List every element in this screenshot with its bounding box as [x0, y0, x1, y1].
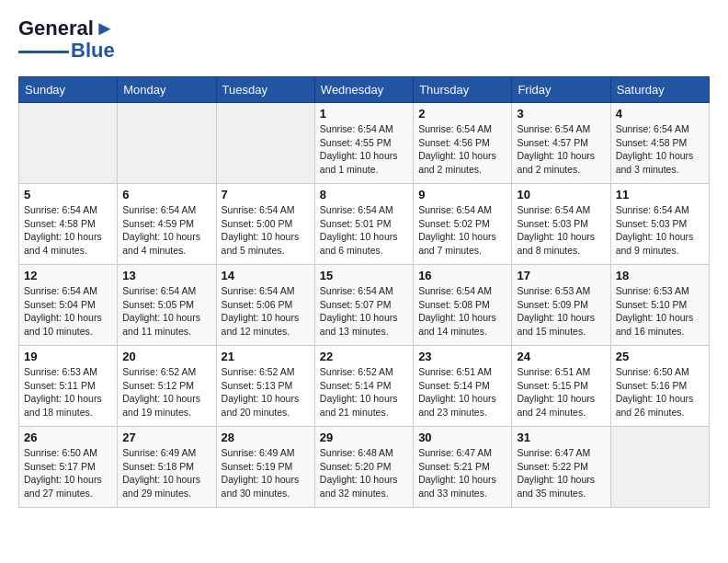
calendar-cell: 28Sunrise: 6:49 AMSunset: 5:19 PMDayligh…	[216, 427, 314, 508]
calendar-cell: 12Sunrise: 6:54 AMSunset: 5:04 PMDayligh…	[19, 265, 118, 346]
calendar-cell: 11Sunrise: 6:54 AMSunset: 5:03 PMDayligh…	[610, 184, 709, 265]
calendar-cell: 10Sunrise: 6:54 AMSunset: 5:03 PMDayligh…	[512, 184, 610, 265]
weekday-header-monday: Monday	[118, 77, 216, 103]
weekday-header-friday: Friday	[512, 77, 610, 103]
day-info: Sunrise: 6:51 AMSunset: 5:15 PMDaylight:…	[517, 365, 605, 419]
weekday-header-sunday: Sunday	[19, 77, 118, 103]
day-info: Sunrise: 6:54 AMSunset: 4:56 PMDaylight:…	[418, 122, 506, 177]
calendar-cell: 5Sunrise: 6:54 AMSunset: 4:58 PMDaylight…	[19, 184, 118, 265]
calendar-table: SundayMondayTuesdayWednesdayThursdayFrid…	[18, 76, 710, 508]
calendar-week-row: 26Sunrise: 6:50 AMSunset: 5:17 PMDayligh…	[19, 427, 710, 508]
day-info: Sunrise: 6:54 AMSunset: 5:00 PMDaylight:…	[222, 203, 310, 258]
day-number: 29	[320, 431, 408, 444]
calendar-cell: 8Sunrise: 6:54 AMSunset: 5:01 PMDaylight…	[314, 184, 413, 265]
day-number: 31	[517, 431, 605, 444]
calendar-cell: 19Sunrise: 6:53 AMSunset: 5:11 PMDayligh…	[19, 346, 118, 427]
day-number: 13	[122, 269, 210, 282]
day-info: Sunrise: 6:52 AMSunset: 5:13 PMDaylight:…	[222, 365, 310, 419]
day-info: Sunrise: 6:54 AMSunset: 5:01 PMDaylight:…	[320, 203, 408, 258]
day-number: 9	[418, 188, 506, 201]
day-info: Sunrise: 6:48 AMSunset: 5:20 PMDaylight:…	[320, 446, 408, 500]
calendar-cell: 30Sunrise: 6:47 AMSunset: 5:21 PMDayligh…	[414, 427, 512, 508]
logo-blue: Blue	[71, 39, 115, 63]
calendar-week-row: 1Sunrise: 6:54 AMSunset: 4:55 PMDaylight…	[19, 103, 710, 184]
day-info: Sunrise: 6:54 AMSunset: 5:08 PMDaylight:…	[418, 284, 506, 339]
day-info: Sunrise: 6:53 AMSunset: 5:11 PMDaylight:…	[24, 365, 112, 419]
calendar-cell: 25Sunrise: 6:50 AMSunset: 5:16 PMDayligh…	[610, 346, 709, 427]
day-number: 24	[517, 350, 605, 363]
day-info: Sunrise: 6:54 AMSunset: 4:58 PMDaylight:…	[616, 122, 704, 177]
day-info: Sunrise: 6:51 AMSunset: 5:14 PMDaylight:…	[418, 365, 506, 419]
day-info: Sunrise: 6:50 AMSunset: 5:16 PMDaylight:…	[616, 365, 704, 419]
day-info: Sunrise: 6:47 AMSunset: 5:21 PMDaylight:…	[418, 446, 506, 500]
day-number: 16	[418, 269, 506, 282]
day-info: Sunrise: 6:54 AMSunset: 4:55 PMDaylight:…	[320, 122, 408, 177]
day-number: 8	[320, 188, 408, 201]
day-info: Sunrise: 6:47 AMSunset: 5:22 PMDaylight:…	[517, 446, 605, 500]
day-number: 12	[24, 269, 112, 282]
day-number: 27	[122, 431, 210, 444]
calendar-cell: 22Sunrise: 6:52 AMSunset: 5:14 PMDayligh…	[314, 346, 413, 427]
calendar-cell: 21Sunrise: 6:52 AMSunset: 5:13 PMDayligh…	[216, 346, 314, 427]
day-number: 18	[616, 269, 704, 282]
calendar-cell: 4Sunrise: 6:54 AMSunset: 4:58 PMDaylight…	[610, 103, 709, 184]
day-number: 6	[122, 188, 210, 201]
calendar-week-row: 19Sunrise: 6:53 AMSunset: 5:11 PMDayligh…	[19, 346, 710, 427]
calendar-cell: 17Sunrise: 6:53 AMSunset: 5:09 PMDayligh…	[512, 265, 610, 346]
day-number: 7	[222, 188, 310, 201]
day-info: Sunrise: 6:54 AMSunset: 4:58 PMDaylight:…	[24, 203, 112, 258]
calendar-cell: 14Sunrise: 6:54 AMSunset: 5:06 PMDayligh…	[216, 265, 314, 346]
day-info: Sunrise: 6:54 AMSunset: 4:59 PMDaylight:…	[122, 203, 210, 258]
day-number: 5	[24, 188, 112, 201]
day-info: Sunrise: 6:54 AMSunset: 5:06 PMDaylight:…	[222, 284, 310, 339]
page-header: General► Blue	[18, 18, 710, 63]
day-info: Sunrise: 6:49 AMSunset: 5:19 PMDaylight:…	[222, 446, 310, 500]
day-number: 1	[320, 107, 408, 121]
calendar-cell: 23Sunrise: 6:51 AMSunset: 5:14 PMDayligh…	[414, 346, 512, 427]
calendar-cell: 1Sunrise: 6:54 AMSunset: 4:55 PMDaylight…	[314, 103, 413, 184]
day-info: Sunrise: 6:50 AMSunset: 5:17 PMDaylight:…	[24, 446, 112, 500]
day-info: Sunrise: 6:54 AMSunset: 5:03 PMDaylight:…	[517, 203, 605, 258]
logo: General► Blue	[18, 18, 115, 63]
weekday-header-wednesday: Wednesday	[314, 77, 413, 103]
day-info: Sunrise: 6:54 AMSunset: 4:57 PMDaylight:…	[517, 122, 605, 177]
day-number: 23	[418, 350, 506, 363]
day-number: 14	[222, 269, 310, 282]
calendar-cell: 29Sunrise: 6:48 AMSunset: 5:20 PMDayligh…	[314, 427, 413, 508]
weekday-header-tuesday: Tuesday	[216, 77, 314, 103]
day-number: 26	[24, 431, 112, 444]
calendar-cell: 7Sunrise: 6:54 AMSunset: 5:00 PMDaylight…	[216, 184, 314, 265]
day-number: 25	[616, 350, 704, 363]
calendar-cell	[610, 427, 709, 508]
calendar-cell: 26Sunrise: 6:50 AMSunset: 5:17 PMDayligh…	[19, 427, 118, 508]
day-number: 28	[222, 431, 310, 444]
weekday-header-row: SundayMondayTuesdayWednesdayThursdayFrid…	[19, 77, 710, 103]
day-number: 15	[320, 269, 408, 282]
day-info: Sunrise: 6:54 AMSunset: 5:03 PMDaylight:…	[616, 203, 704, 258]
calendar-cell: 6Sunrise: 6:54 AMSunset: 4:59 PMDaylight…	[118, 184, 216, 265]
day-number: 11	[616, 188, 704, 201]
calendar-cell	[19, 103, 118, 184]
calendar-cell: 27Sunrise: 6:49 AMSunset: 5:18 PMDayligh…	[118, 427, 216, 508]
day-number: 30	[418, 431, 506, 444]
day-number: 21	[222, 350, 310, 363]
logo-underline	[18, 51, 69, 53]
day-info: Sunrise: 6:53 AMSunset: 5:10 PMDaylight:…	[616, 284, 704, 339]
calendar-cell: 31Sunrise: 6:47 AMSunset: 5:22 PMDayligh…	[512, 427, 610, 508]
calendar-cell: 15Sunrise: 6:54 AMSunset: 5:07 PMDayligh…	[314, 265, 413, 346]
day-info: Sunrise: 6:54 AMSunset: 5:05 PMDaylight:…	[122, 284, 210, 339]
calendar-cell: 18Sunrise: 6:53 AMSunset: 5:10 PMDayligh…	[610, 265, 709, 346]
weekday-header-saturday: Saturday	[610, 77, 709, 103]
calendar-cell	[216, 103, 314, 184]
day-info: Sunrise: 6:53 AMSunset: 5:09 PMDaylight:…	[517, 284, 605, 339]
calendar-cell: 16Sunrise: 6:54 AMSunset: 5:08 PMDayligh…	[414, 265, 512, 346]
calendar-cell: 20Sunrise: 6:52 AMSunset: 5:12 PMDayligh…	[118, 346, 216, 427]
logo-text: General►	[18, 18, 115, 39]
day-info: Sunrise: 6:52 AMSunset: 5:14 PMDaylight:…	[320, 365, 408, 419]
calendar-cell: 13Sunrise: 6:54 AMSunset: 5:05 PMDayligh…	[118, 265, 216, 346]
day-info: Sunrise: 6:52 AMSunset: 5:12 PMDaylight:…	[122, 365, 210, 419]
calendar-cell: 3Sunrise: 6:54 AMSunset: 4:57 PMDaylight…	[512, 103, 610, 184]
day-number: 3	[517, 107, 605, 121]
calendar-cell: 9Sunrise: 6:54 AMSunset: 5:02 PMDaylight…	[414, 184, 512, 265]
calendar-cell: 2Sunrise: 6:54 AMSunset: 4:56 PMDaylight…	[414, 103, 512, 184]
